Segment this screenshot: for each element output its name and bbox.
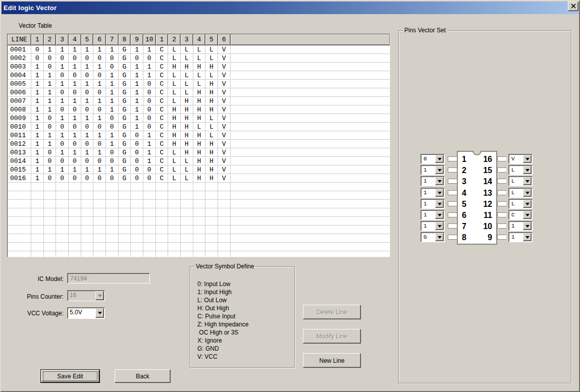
table-cell: L xyxy=(181,157,193,165)
chevron-down-icon xyxy=(525,192,530,194)
table-cell: H xyxy=(193,114,206,123)
pin-5-combo[interactable]: 1 xyxy=(420,199,445,209)
table-row[interactable]: 00081100001G10CHHHHV xyxy=(8,105,390,114)
column-header[interactable]: 10 xyxy=(143,34,156,45)
table-row[interactable]: 00010111111G11CLLLLV xyxy=(8,45,390,54)
pin-number-13: 13 xyxy=(483,188,492,199)
table-row[interactable]: 00141000000G01CLLHHV xyxy=(8,157,390,165)
ic-model-field[interactable]: 74194 xyxy=(67,273,150,284)
pin-2-combo[interactable]: 1 xyxy=(420,165,445,175)
table-row[interactable]: 00091011110G10CHHHLV xyxy=(8,114,390,123)
table-cell xyxy=(44,200,57,208)
table-cell: C xyxy=(156,105,169,114)
column-header[interactable]: 3 xyxy=(181,34,193,45)
pin-14-combo[interactable]: L xyxy=(508,176,533,186)
pin-6-combo[interactable]: 1 xyxy=(420,210,445,220)
table-row[interactable]: 00151111111G00CLLHHV xyxy=(8,165,390,174)
pin-4-combo[interactable]: 1 xyxy=(420,188,445,198)
back-button[interactable]: Back xyxy=(115,369,171,383)
table-row[interactable] xyxy=(8,243,390,251)
vcc-voltage-dropdown-button[interactable] xyxy=(95,308,104,318)
column-header[interactable]: LINE xyxy=(8,34,31,45)
pin-16-combo-dropdown-button[interactable] xyxy=(523,155,532,163)
table-cell xyxy=(168,234,181,243)
pin-13-combo[interactable]: L xyxy=(508,188,533,198)
pin-11-combo-dropdown-button[interactable] xyxy=(523,211,532,219)
delete-line-button[interactable]: Delete Line xyxy=(303,305,361,319)
pin-12-combo[interactable]: L xyxy=(508,199,533,209)
table-row[interactable]: 00051111111G10CLLLHV xyxy=(8,80,390,88)
vcc-voltage-select[interactable]: 5.0V xyxy=(67,307,105,319)
column-header[interactable]: 6 xyxy=(218,34,231,45)
close-button[interactable] xyxy=(568,2,578,11)
pin-15-combo-dropdown-button[interactable] xyxy=(523,166,532,174)
table-row[interactable] xyxy=(8,226,390,234)
pin-1-combo[interactable]: 0 xyxy=(420,154,445,164)
table-row[interactable] xyxy=(8,183,390,191)
table-row[interactable] xyxy=(8,251,390,257)
pins-counter-dropdown-button xyxy=(95,291,104,300)
table-row[interactable]: 00111111111G01CHHHLV xyxy=(8,131,390,140)
table-row[interactable]: 00071111111G10CLHHHV xyxy=(8,97,390,105)
column-header[interactable]: 6 xyxy=(93,34,106,45)
pin-6-combo-dropdown-button[interactable] xyxy=(435,211,444,219)
table-row[interactable]: 00101000000G10CHHLLV xyxy=(8,123,390,131)
column-header[interactable]: 8 xyxy=(119,34,131,45)
column-header[interactable]: 4 xyxy=(193,34,206,45)
table-cell xyxy=(143,234,156,243)
table-row[interactable]: 00121100001G01CHHHHV xyxy=(8,140,390,148)
pin-7-combo[interactable]: 1 xyxy=(420,221,445,231)
pin-stub xyxy=(497,167,506,173)
table-row[interactable] xyxy=(8,234,390,243)
column-header[interactable]: 5 xyxy=(205,34,218,45)
table-row[interactable]: 00161000000G00CLLHHV xyxy=(8,174,390,183)
modify-line-button[interactable]: Modify Line xyxy=(303,329,361,344)
table-cell: C xyxy=(156,88,169,97)
pin-16-combo[interactable]: V xyxy=(508,154,533,164)
column-header[interactable]: 9 xyxy=(131,34,143,45)
table-row[interactable]: 00131011110G01CLHHHV xyxy=(8,148,390,157)
pin-10-combo-dropdown-button[interactable] xyxy=(523,222,532,230)
column-header[interactable]: 1 xyxy=(31,34,44,45)
pin-8-combo-dropdown-button[interactable] xyxy=(435,233,444,241)
table-row[interactable]: 00020000000G00CLLLLV xyxy=(8,54,390,63)
pin-7-combo-dropdown-button[interactable] xyxy=(435,222,444,230)
table-row[interactable]: 00041100001G11CLLLLV xyxy=(8,71,390,80)
pin-8-combo[interactable]: G xyxy=(420,232,445,242)
pin-15-combo[interactable]: L xyxy=(508,165,533,175)
table-row[interactable]: 00061100001G10CLLHHV xyxy=(8,88,390,97)
chevron-down-icon xyxy=(525,158,530,160)
table-row[interactable] xyxy=(8,191,390,200)
table-row[interactable] xyxy=(8,208,390,217)
save-edit-button[interactable]: Save Edit xyxy=(40,369,100,383)
column-header[interactable]: 1 xyxy=(156,34,169,45)
pin-14-combo-dropdown-button[interactable] xyxy=(523,177,532,185)
column-header[interactable]: 2 xyxy=(168,34,181,45)
pin-13-combo-dropdown-button[interactable] xyxy=(523,189,532,197)
vector-table[interactable]: LINE12345678910123456 00010111111G11CLLL… xyxy=(7,34,390,257)
line-number-cell: 0010 xyxy=(8,123,31,131)
table-row[interactable]: 00031011110G11CHHHHV xyxy=(8,63,390,71)
pin-11-combo[interactable]: C xyxy=(508,210,533,220)
pin-10-combo[interactable]: 1 xyxy=(508,221,533,231)
pin-9-combo-dropdown-button[interactable] xyxy=(523,233,532,241)
pin-3-combo-dropdown-button[interactable] xyxy=(435,177,444,185)
pin-3-combo[interactable]: 1 xyxy=(420,176,445,186)
table-cell xyxy=(218,217,231,226)
pin-9-combo[interactable]: 1 xyxy=(508,232,533,242)
column-header[interactable]: 7 xyxy=(106,34,119,45)
column-header[interactable]: 2 xyxy=(44,34,57,45)
column-header[interactable]: 5 xyxy=(81,34,94,45)
column-header[interactable]: 4 xyxy=(69,34,81,45)
new-line-button[interactable]: New Line xyxy=(303,353,361,368)
table-row[interactable] xyxy=(8,217,390,226)
column-header[interactable]: 3 xyxy=(56,34,69,45)
pin-4-combo-dropdown-button[interactable] xyxy=(435,189,444,197)
table-cell: H xyxy=(193,63,206,71)
vector-table-label: Vector Table xyxy=(19,22,52,29)
pin-12-combo-dropdown-button[interactable] xyxy=(523,200,532,208)
pin-5-combo-dropdown-button[interactable] xyxy=(435,200,444,208)
pin-2-combo-dropdown-button[interactable] xyxy=(435,166,444,174)
table-row[interactable] xyxy=(8,200,390,208)
pin-1-combo-dropdown-button[interactable] xyxy=(435,155,444,163)
